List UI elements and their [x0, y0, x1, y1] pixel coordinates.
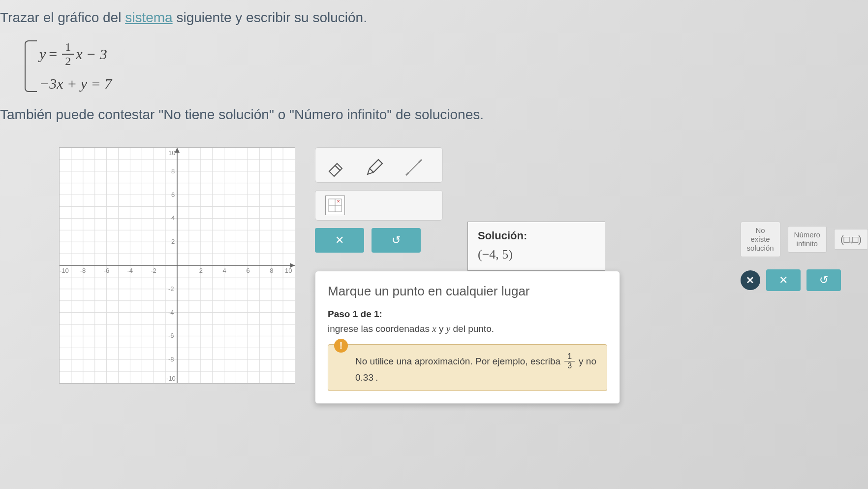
svg-text:10: 10 [285, 267, 292, 274]
solution-value[interactable]: (−4, 5) [478, 247, 595, 262]
svg-marker-39 [175, 148, 180, 153]
eq1-rest: x − 3 [76, 46, 107, 63]
svg-text:-8: -8 [168, 356, 174, 363]
warning-box: ! No utilice una aproximación. Por ejemp… [328, 344, 607, 391]
problem-statement: Trazar el gráfico del sistema siguiente … [0, 0, 868, 26]
infinite-button[interactable]: Número infinito [788, 226, 827, 253]
solution-panel: Solución: (−4, 5) [467, 222, 605, 271]
svg-line-61 [407, 161, 421, 174]
svg-text:4: 4 [171, 214, 175, 222]
right-options: No existe solución Número infinito (□,□)… [741, 222, 868, 291]
brace-icon [25, 40, 37, 92]
eq1-den: 2 [62, 55, 74, 68]
svg-text:-8: -8 [80, 267, 86, 274]
svg-line-60 [370, 168, 373, 172]
svg-text:-6: -6 [104, 267, 110, 274]
svg-text:8: 8 [171, 167, 175, 175]
no-sol-l3: solución [747, 244, 774, 253]
inf-l1: Número [794, 230, 820, 239]
subtext: También puede contestar "No tiene soluci… [0, 107, 868, 123]
svg-text:2: 2 [171, 238, 175, 245]
no-sol-l1: No [747, 226, 774, 235]
eq1-lhs: y [39, 46, 46, 63]
instr-after: del punto. [450, 324, 494, 334]
svg-text:-6: -6 [168, 332, 174, 339]
inf-l2: infinito [794, 239, 820, 248]
sistema-link[interactable]: sistema [125, 10, 172, 25]
problem-text-after: siguiente y escribir su solución. [173, 10, 367, 25]
svg-text:6: 6 [171, 191, 175, 198]
svg-text:-10: -10 [166, 375, 176, 382]
tooltip-box: Marque un punto en cualquier lugar Paso … [315, 271, 620, 404]
svg-text:-4: -4 [127, 267, 133, 274]
close-circle-button[interactable]: ✕ [741, 270, 760, 290]
svg-text:-10: -10 [60, 267, 69, 274]
svg-line-62 [406, 172, 409, 175]
eq1-num: 1 [62, 40, 74, 55]
pencil-icon[interactable] [365, 158, 384, 177]
svg-text:✕: ✕ [337, 199, 341, 204]
warn-val: 0.33 [355, 372, 373, 383]
warn-num: 1 [564, 352, 575, 361]
svg-text:10: 10 [168, 149, 175, 157]
tooltip-instruction: ingrese las coordenadas x y y del punto. [328, 324, 607, 334]
warn-den: 3 [564, 361, 575, 370]
instr-x: x [432, 324, 436, 334]
warning-icon: ! [334, 339, 348, 353]
tooltip-title: Marque un punto en cualquier lugar [328, 284, 607, 299]
equation-2: −3x + y = 7 [39, 75, 868, 92]
clear-button-2[interactable]: ✕ [766, 269, 801, 291]
svg-text:2: 2 [199, 267, 203, 274]
graph-canvas[interactable]: -10-8-6-4-2 246810 108642 -2-4-6-8-10 [59, 147, 295, 384]
grid-tool-row: ✕ [315, 190, 443, 221]
svg-text:-2: -2 [151, 267, 156, 274]
line-tool-icon[interactable] [404, 158, 424, 177]
grid-zoom-icon[interactable]: ✕ [325, 196, 345, 215]
undo-button-2[interactable]: ↺ [806, 269, 841, 291]
warn-fraction: 1 3 [564, 352, 575, 370]
svg-text:4: 4 [223, 267, 226, 274]
eraser-icon[interactable] [325, 158, 345, 177]
eq1-fraction: 1 2 [62, 40, 74, 68]
instr-before: ingrese las coordenadas [328, 324, 432, 334]
no-solution-button[interactable]: No existe solución [741, 222, 780, 257]
tooltip-step: Paso 1 de 1: [328, 309, 607, 320]
equation-1: y = 1 2 x − 3 [39, 40, 868, 68]
equation-system: y = 1 2 x − 3 −3x + y = 7 [25, 40, 868, 92]
action-buttons: ✕ ↺ [315, 228, 443, 253]
graph-svg: -10-8-6-4-2 246810 108642 -2-4-6-8-10 [60, 148, 295, 383]
instr-mid: y [436, 324, 446, 334]
svg-text:-2: -2 [168, 285, 174, 293]
warn-after: . [375, 372, 378, 383]
warn-before: No utilice una aproximación. Por ejemplo… [355, 356, 560, 367]
solution-label: Solución: [478, 229, 595, 242]
ordered-pair-button[interactable]: (□,□) [834, 229, 868, 250]
problem-text-before: Trazar el gráfico del [0, 10, 125, 25]
svg-text:6: 6 [246, 267, 249, 274]
drawing-tools-row [315, 147, 443, 183]
svg-line-63 [419, 160, 422, 163]
svg-text:-4: -4 [168, 309, 174, 316]
clear-button[interactable]: ✕ [315, 228, 364, 253]
undo-button[interactable]: ↺ [372, 228, 421, 253]
warn-mid: y no [579, 356, 596, 367]
no-sol-l2: existe [747, 235, 774, 244]
svg-text:8: 8 [270, 267, 273, 274]
instr-y: y [446, 324, 450, 334]
solution-area: Solución: (−4, 5) [467, 222, 605, 271]
